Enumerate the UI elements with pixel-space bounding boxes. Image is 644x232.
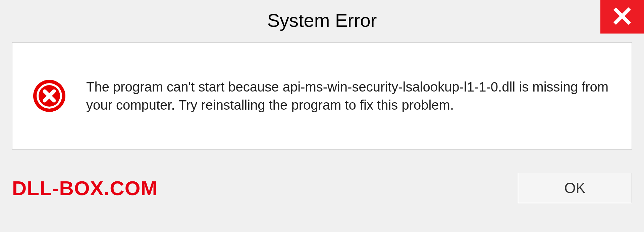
watermark-text: DLL-BOX.COM bbox=[12, 177, 158, 200]
error-icon bbox=[33, 79, 66, 113]
ok-button[interactable]: OK bbox=[518, 173, 632, 203]
close-button[interactable] bbox=[600, 0, 644, 34]
titlebar: System Error bbox=[0, 0, 644, 40]
dialog-title: System Error bbox=[267, 9, 377, 31]
close-icon bbox=[613, 7, 632, 27]
content-panel: The program can't start because api-ms-w… bbox=[12, 42, 632, 150]
error-message: The program can't start because api-ms-w… bbox=[86, 78, 611, 114]
footer: DLL-BOX.COM OK bbox=[12, 173, 632, 203]
